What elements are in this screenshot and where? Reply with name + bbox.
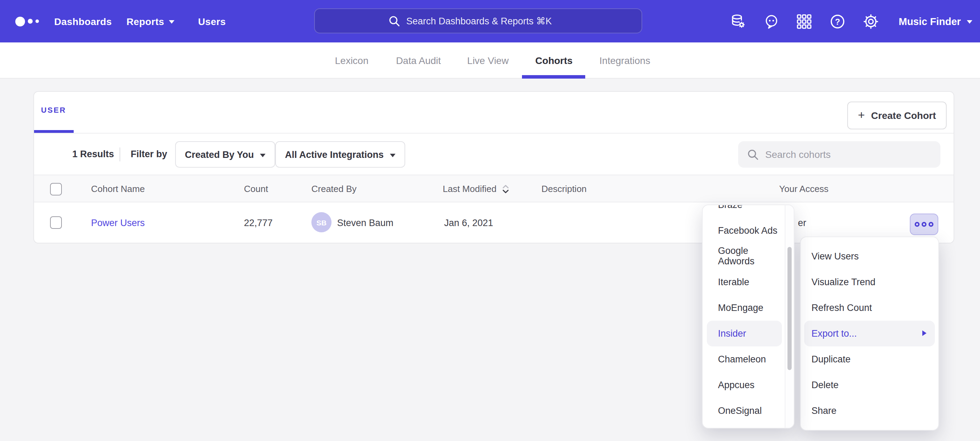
tab-live-view[interactable]: Live View bbox=[467, 42, 508, 78]
nav-item-users-label: Users bbox=[198, 16, 226, 27]
row-checkbox[interactable] bbox=[50, 216, 62, 229]
menu-item-visualize-trend[interactable]: Visualize Trend bbox=[804, 269, 935, 295]
account-switcher[interactable]: Music Finder bbox=[899, 0, 973, 42]
mixpanel-logo[interactable] bbox=[15, 0, 39, 42]
feedback-icon[interactable] bbox=[760, 0, 783, 42]
export-destinations-menu: Braze Facebook Ads Google Adwords Iterab… bbox=[702, 205, 794, 428]
help-icon[interactable]: ? bbox=[826, 0, 850, 42]
tab-data-audit[interactable]: Data Audit bbox=[396, 42, 441, 78]
search-icon bbox=[388, 15, 400, 27]
plus-icon: + bbox=[858, 108, 865, 122]
menu-item-onesignal[interactable]: OneSignal bbox=[707, 398, 782, 423]
integrations-filter-dropdown[interactable]: All Active Integrations bbox=[275, 141, 405, 168]
row-actions-button[interactable] bbox=[910, 214, 938, 235]
nav-item-reports-label: Reports bbox=[127, 16, 164, 27]
chevron-down-icon bbox=[390, 153, 396, 157]
menu-item-moengage[interactable]: MoEngage bbox=[707, 295, 782, 320]
menu-item-appcues[interactable]: Appcues bbox=[707, 372, 782, 398]
export-destinations-list: Braze Facebook Ads Google Adwords Iterab… bbox=[703, 205, 794, 423]
ellipsis-circle-icon bbox=[915, 222, 920, 227]
column-created-by: Created By bbox=[311, 175, 356, 203]
global-search-input[interactable] bbox=[406, 16, 568, 26]
menu-item-delete[interactable]: Delete bbox=[804, 372, 935, 398]
menu-item-insider[interactable]: Insider bbox=[707, 320, 782, 346]
tab-data-audit-label: Data Audit bbox=[396, 54, 441, 66]
page: Dashboards Reports Users bbox=[0, 0, 980, 441]
creator-name: Steven Baum bbox=[337, 203, 393, 243]
create-cohort-label: Create Cohort bbox=[871, 110, 936, 121]
scrollbar-thumb[interactable] bbox=[787, 247, 791, 370]
cohort-count: 22,777 bbox=[244, 203, 273, 243]
integrations-filter-value: All Active Integrations bbox=[285, 149, 383, 160]
chevron-down-icon bbox=[967, 20, 973, 24]
tab-live-view-label: Live View bbox=[467, 54, 508, 66]
submenu-arrow-icon bbox=[922, 331, 926, 336]
select-all-checkbox[interactable] bbox=[50, 182, 62, 195]
ellipsis-circle-icon bbox=[922, 222, 926, 227]
created-by-filter-value: Created By You bbox=[185, 149, 254, 160]
menu-item-view-users[interactable]: View Users bbox=[804, 243, 935, 269]
settings-gear-icon[interactable] bbox=[859, 0, 883, 42]
table-header: Cohort Name Count Created By Last Modifi… bbox=[34, 174, 954, 203]
nav-item-dashboards-label: Dashboards bbox=[54, 16, 112, 27]
cohort-search-input[interactable] bbox=[765, 149, 918, 160]
divider bbox=[119, 147, 120, 161]
column-cohort-name: Cohort Name bbox=[91, 175, 145, 203]
apps-grid-icon[interactable] bbox=[792, 0, 816, 42]
column-your-access: Your Access bbox=[779, 175, 829, 203]
results-count: 1 Results bbox=[72, 134, 114, 174]
tab-lexicon-label: Lexicon bbox=[335, 54, 369, 66]
active-tab-underline bbox=[522, 75, 585, 78]
account-name: Music Finder bbox=[899, 16, 961, 27]
logo-dot-medium bbox=[28, 19, 33, 24]
menu-item-iterable[interactable]: Iterable bbox=[707, 269, 782, 295]
top-nav: Dashboards Reports Users bbox=[0, 0, 980, 42]
filter-bar: 1 Results Filter by Created By You All A… bbox=[34, 134, 954, 174]
filter-by-label: Filter by bbox=[130, 134, 167, 174]
avatar: SB bbox=[311, 212, 331, 232]
cohort-name-link[interactable]: Power Users bbox=[91, 203, 145, 243]
ellipsis-circle-icon bbox=[929, 222, 934, 227]
tab-user-cohorts[interactable]: USER bbox=[41, 106, 66, 114]
tab-cohorts[interactable]: Cohorts bbox=[535, 42, 572, 78]
nav-item-users[interactable]: Users bbox=[198, 0, 226, 42]
tab-lexicon[interactable]: Lexicon bbox=[335, 42, 369, 78]
nav-item-reports[interactable]: Reports bbox=[127, 0, 175, 42]
menu-item-braze[interactable]: Braze bbox=[707, 205, 782, 217]
logo-dot-large bbox=[15, 16, 25, 26]
search-icon bbox=[747, 149, 759, 160]
menu-item-refresh-count[interactable]: Refresh Count bbox=[804, 295, 935, 320]
menu-item-share[interactable]: Share bbox=[804, 398, 935, 423]
scrollbar-track[interactable] bbox=[785, 205, 794, 428]
chevron-down-icon bbox=[260, 153, 266, 157]
tab-cohorts-label: Cohorts bbox=[535, 54, 572, 66]
nav-item-dashboards[interactable]: Dashboards bbox=[54, 0, 112, 42]
sort-icon[interactable] bbox=[502, 184, 510, 194]
created-by-filter-dropdown[interactable]: Created By You bbox=[175, 141, 275, 168]
create-cohort-button[interactable]: + Create Cohort bbox=[847, 102, 947, 129]
tab-integrations[interactable]: Integrations bbox=[600, 42, 650, 78]
global-search[interactable] bbox=[314, 8, 642, 34]
cohort-search[interactable] bbox=[738, 141, 940, 168]
cohorts-panel: USER + Create Cohort 1 Results Filter by… bbox=[33, 91, 954, 243]
menu-item-facebook-ads[interactable]: Facebook Ads bbox=[707, 217, 782, 243]
last-modified-date: Jan 6, 2021 bbox=[444, 203, 493, 243]
column-description: Description bbox=[541, 175, 587, 203]
column-count: Count bbox=[244, 175, 268, 203]
column-last-modified[interactable]: Last Modified bbox=[443, 175, 510, 203]
secondary-nav: Lexicon Data Audit Live View Cohorts Int… bbox=[0, 42, 980, 78]
tab-integrations-label: Integrations bbox=[600, 54, 650, 66]
menu-item-duplicate[interactable]: Duplicate bbox=[804, 346, 935, 372]
row-actions-list: View Users Visualize Trend Refresh Count… bbox=[801, 243, 938, 423]
chevron-down-icon bbox=[169, 20, 175, 24]
svg-text:?: ? bbox=[835, 17, 840, 26]
menu-item-google-adwords[interactable]: Google Adwords bbox=[707, 243, 782, 269]
menu-item-chameleon[interactable]: Chameleon bbox=[707, 346, 782, 372]
data-management-icon[interactable] bbox=[726, 0, 750, 42]
row-actions-menu: View Users Visualize Trend Refresh Count… bbox=[800, 236, 939, 431]
logo-dot-small bbox=[35, 19, 39, 23]
menu-item-export-to[interactable]: Export to... bbox=[804, 320, 935, 346]
user-tab-underline bbox=[34, 130, 74, 133]
